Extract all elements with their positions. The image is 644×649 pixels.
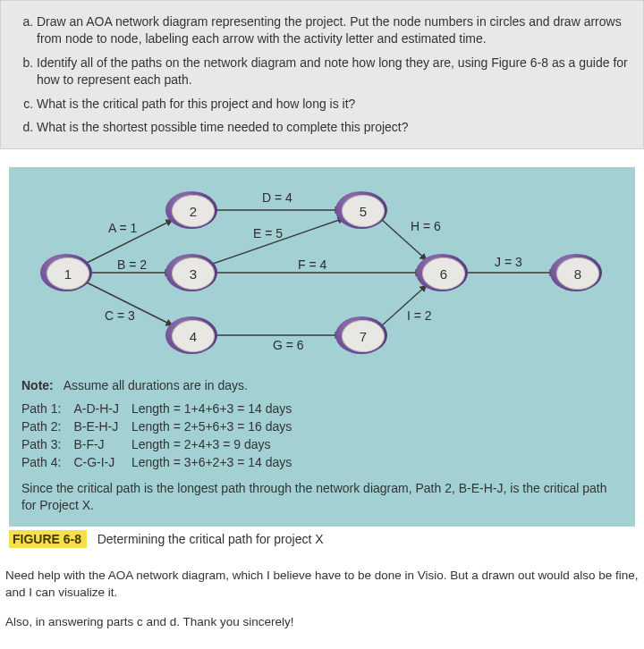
node-8: 8 [556,257,597,288]
question-b: Identify all of the paths on the network… [37,51,629,92]
edge-label-B: B = 2 [117,257,147,272]
path-length: Length = 1+4+6+3 = 14 days [131,400,359,417]
path-length: Length = 2+5+6+3 = 16 days [131,417,359,435]
diagram-edges [31,183,613,362]
edge-label-G: G = 6 [273,338,304,352]
path-row: Path 2: B-E-H-J Length = 2+5+6+3 = 16 da… [21,417,359,435]
node-7: 7 [342,320,383,350]
note-text: Assume all durations are in days. [64,378,248,392]
path-length: Length = 2+4+3 = 9 days [131,435,359,453]
path-label: Path 3: [21,435,73,453]
path-row: Path 3: B-F-J Length = 2+4+3 = 9 days [21,435,359,453]
user-notes: Need help with the AOA network diagram, … [0,568,644,631]
path-label: Path 1: [21,400,73,417]
edge-label-E: E = 5 [253,226,283,240]
question-a: Draw an AOA network diagram representing… [37,10,629,51]
edge-label-D: D = 4 [262,190,292,205]
paths-table: Path 1: A-D-H-J Length = 1+4+6+3 = 14 da… [21,400,359,471]
figure-tag: FIGURE 6-8 [9,530,87,548]
figure-note: Note: Assume all durations are in days. [21,378,623,392]
figure-caption: FIGURE 6-8 Determining the critical path… [9,532,635,546]
note-prefix: Note: [21,378,54,392]
node-6: 6 [422,257,463,288]
aoa-network-diagram: A = 1 B = 2 C = 3 D = 4 E = 5 F = 4 G = … [31,183,613,362]
path-length: Length = 3+6+2+3 = 14 days [131,453,359,471]
conclusion-text: Since the critical path is the longest p… [21,480,623,514]
node-3: 3 [172,257,213,288]
edge-label-J: J = 3 [495,255,522,269]
node-5: 5 [342,195,383,225]
node-4: 4 [172,320,213,350]
edge-label-H: H = 6 [411,219,441,233]
figure-panel: A = 1 B = 2 C = 3 D = 4 E = 5 F = 4 G = … [9,167,635,527]
question-c: What is the critical path for this proje… [37,92,629,116]
user-note-1: Need help with the AOA network diagram, … [5,568,639,602]
path-name: B-E-H-J [73,417,131,435]
path-row: Path 1: A-D-H-J Length = 1+4+6+3 = 14 da… [21,400,359,417]
user-note-2: Also, in answering parts c and d. Thank … [5,614,639,631]
question-list: Draw an AOA network diagram representing… [0,0,644,149]
path-name: A-D-H-J [73,400,131,417]
node-1: 1 [47,257,88,288]
path-row: Path 4: C-G-I-J Length = 3+6+2+3 = 14 da… [21,453,359,471]
figure-caption-text: Determining the critical path for projec… [97,532,324,546]
path-name: C-G-I-J [73,453,131,471]
path-label: Path 2: [21,417,73,435]
edge-label-F: F = 4 [298,257,326,272]
path-name: B-F-J [73,435,131,453]
path-label: Path 4: [21,453,73,471]
node-2: 2 [172,195,213,225]
edge-label-I: I = 2 [407,308,432,323]
edge-label-C: C = 3 [105,308,135,323]
edge-label-A: A = 1 [108,221,137,235]
question-d: What is the shortest possible time neede… [37,115,629,139]
